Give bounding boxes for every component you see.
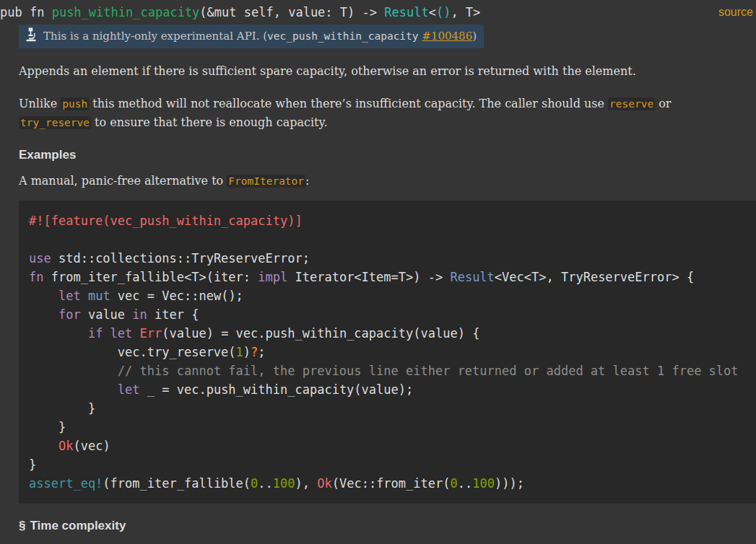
p2-text-4: to ensure that there is enough capacity. xyxy=(91,115,327,129)
reserve-method-link[interactable]: reserve xyxy=(608,97,655,110)
code-line: fn from_iter_fallible<T>(iter: impl Iter… xyxy=(29,268,756,286)
try-reserve-method-link[interactable]: try_reserve xyxy=(19,116,91,129)
source-link[interactable]: source xyxy=(718,4,753,21)
doc-body: Appends an element if there is sufficien… xyxy=(0,62,756,190)
notice-text: This is a nightly-only experimental API.… xyxy=(43,30,477,43)
examples-intro-colon: : xyxy=(305,174,309,188)
p2-text-1: Unlike xyxy=(19,97,61,110)
code-line: assert_eq!(from_iter_fallible(0..100), O… xyxy=(29,474,756,493)
example-code-block: #![feature(vec_push_within_capacity)] us… xyxy=(19,201,756,504)
p2-text-3: or xyxy=(655,97,671,110)
code-line: // this cannot fail, the previous line e… xyxy=(29,361,756,380)
signature-params: (&mut self, value: T) -> xyxy=(199,5,384,19)
notice-text-after: ) xyxy=(472,30,477,43)
signature-angle: < xyxy=(429,5,436,19)
code-line: if let Err(value) = vec.push_within_capa… xyxy=(29,324,756,343)
code-lines: #![feature(vec_push_within_capacity)] us… xyxy=(29,211,756,493)
code-line: use std::collections::TryReserveError; xyxy=(29,249,756,268)
code-line: Ok(vec) xyxy=(29,436,756,455)
code-line: vec.try_reserve(1)?; xyxy=(29,343,756,361)
signature-tail: , T> xyxy=(451,5,480,19)
microscope-icon xyxy=(25,27,38,45)
p2-text-2: this method will not reallocate when the… xyxy=(89,97,608,110)
examples-intro-text: A manual, panic-free alternative to xyxy=(19,174,227,188)
push-method-link[interactable]: push xyxy=(61,97,89,110)
section-anchor-link[interactable]: § xyxy=(19,519,25,532)
code-line xyxy=(29,230,756,249)
method-signature-header: pub fn push_within_capacity(&mut self, v… xyxy=(0,0,756,21)
description-paragraph-1: Appends an element if there is sufficien… xyxy=(19,62,737,81)
code-line: } xyxy=(29,399,756,418)
fromiterator-trait-link[interactable]: FromIterator xyxy=(227,175,305,188)
notice-text-before: This is a nightly-only experimental API.… xyxy=(43,30,267,43)
method-signature: pub fn push_within_capacity(&mut self, v… xyxy=(0,4,480,21)
nightly-stability-notice: This is a nightly-only experimental API.… xyxy=(19,25,484,48)
time-complexity-heading-text: Time complexity xyxy=(30,519,126,532)
feature-gate-code: vec_push_within_capacity xyxy=(267,30,419,42)
unit-type-link[interactable]: () xyxy=(436,5,451,19)
code-line: #![feature(vec_push_within_capacity)] xyxy=(29,211,756,230)
signature-keyword: pub fn xyxy=(0,5,52,19)
result-type-link[interactable]: Result xyxy=(384,5,428,19)
examples-heading: Examples xyxy=(19,147,737,163)
description-paragraph-2: Unlike push this method will not realloc… xyxy=(19,95,737,132)
code-line: for value in iter { xyxy=(29,305,756,324)
examples-intro: A manual, panic-free alternative to From… xyxy=(19,172,737,190)
tracking-issue-link[interactable]: #100486 xyxy=(422,30,472,43)
time-complexity-heading: §Time complexity xyxy=(19,518,737,534)
method-name: push_within_capacity xyxy=(52,5,200,19)
code-line: let mut vec = Vec::new(); xyxy=(29,286,756,305)
code-line: let _ = vec.push_within_capacity(value); xyxy=(29,380,756,399)
code-line: } xyxy=(29,418,756,436)
code-line: } xyxy=(29,455,756,474)
